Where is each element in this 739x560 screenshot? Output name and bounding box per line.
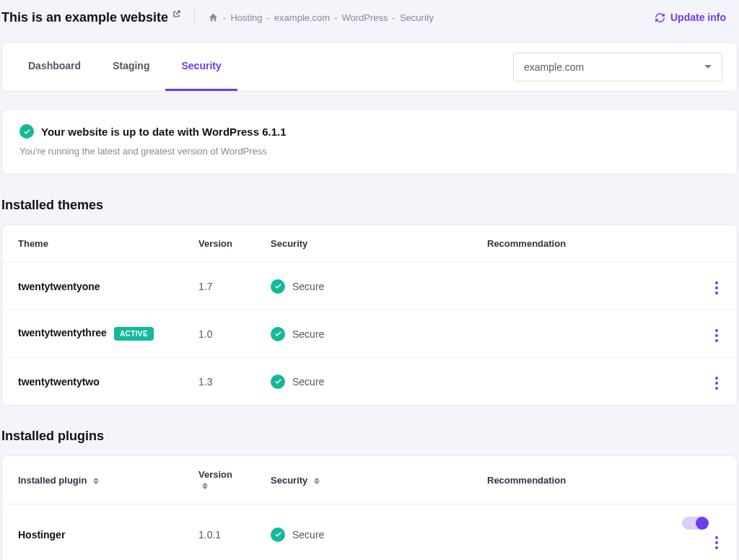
kebab-icon[interactable] [712, 326, 721, 345]
site-title-block: This is an example website [1, 10, 181, 25]
breadcrumb-item[interactable]: Security [400, 12, 434, 23]
external-link-icon[interactable] [172, 9, 181, 20]
status-subtitle: You're running the latest and greatest v… [19, 146, 720, 157]
check-circle-icon [271, 375, 285, 389]
themes-table: Theme Version Security Recommendation tw… [2, 225, 737, 405]
refresh-icon [655, 12, 665, 23]
chevron-down-icon [704, 65, 712, 69]
sort-icon [202, 483, 208, 489]
kebab-icon[interactable] [712, 279, 721, 297]
security-cell: Secure [271, 375, 455, 389]
theme-recommendation [471, 263, 665, 310]
plugins-table: Installed plugin Version Security Recomm… [2, 456, 737, 560]
themes-col-recommendation: Recommendation [471, 225, 665, 263]
breadcrumb: - Hosting - example.com - WordPress - Se… [208, 12, 434, 23]
theme-name: twentytwentytwo [18, 376, 100, 388]
plugin-version: 1.0.1 [183, 504, 255, 561]
plugins-heading: Installed plugins [1, 429, 738, 444]
domain-select-value: example.com [524, 61, 584, 73]
sort-icon [314, 478, 320, 484]
themes-table-card: Theme Version Security Recommendation tw… [1, 224, 738, 406]
theme-recommendation [471, 310, 665, 358]
theme-version: 1.0 [183, 310, 255, 358]
status-title: Your website is up to date with WordPres… [41, 126, 287, 138]
themes-col-security: Security [255, 225, 471, 263]
tab-dashboard[interactable]: Dashboard [12, 43, 97, 91]
plugins-table-card: Installed plugin Version Security Recomm… [1, 455, 738, 560]
home-icon[interactable] [208, 12, 219, 23]
table-row: twentytwentythreeACTIVE1.0Secure [2, 310, 737, 358]
breadcrumb-item[interactable]: WordPress [342, 12, 388, 23]
tabs-card: Dashboard Staging Security example.com [1, 42, 738, 92]
table-row: twentytwentyone1.7Secure [2, 263, 737, 310]
check-circle-icon [19, 124, 34, 139]
themes-col-actions [665, 225, 737, 263]
breadcrumb-item[interactable]: example.com [274, 12, 330, 23]
check-circle-icon [271, 327, 285, 341]
kebab-icon[interactable] [712, 533, 721, 552]
active-badge: ACTIVE [114, 327, 154, 341]
security-cell: Secure [271, 327, 455, 341]
kebab-icon[interactable] [712, 374, 721, 393]
table-row: Hostinger1.0.1Secure [2, 504, 737, 561]
plugin-name: Hostinger [18, 529, 65, 541]
status-card: Your website is up to date with WordPres… [1, 109, 738, 175]
theme-name: twentytwentythree [18, 327, 107, 338]
security-cell: Secure [271, 279, 455, 294]
plugins-col-security[interactable]: Security [255, 456, 471, 504]
theme-version: 1.3 [183, 358, 255, 406]
tab-staging[interactable]: Staging [97, 43, 165, 91]
plugins-col-name[interactable]: Installed plugin [2, 456, 183, 504]
check-circle-icon [271, 279, 285, 294]
theme-version: 1.7 [183, 263, 255, 310]
status-row: Your website is up to date with WordPres… [19, 124, 720, 139]
plugin-toggle[interactable] [682, 517, 708, 530]
site-title: This is an example website [1, 10, 168, 25]
plugin-recommendation [471, 504, 665, 561]
plugins-col-version[interactable]: Version [183, 456, 255, 504]
theme-name: twentytwentyone [18, 281, 100, 292]
security-cell: Secure [271, 528, 455, 542]
update-info-button[interactable]: Update info [655, 12, 738, 23]
themes-col-theme: Theme [2, 225, 183, 263]
plugins-col-actions [665, 456, 737, 504]
tabs: Dashboard Staging Security [12, 43, 237, 91]
themes-heading: Installed themes [1, 198, 738, 213]
divider [194, 7, 195, 27]
table-row: twentytwentytwo1.3Secure [2, 358, 737, 406]
domain-select[interactable]: example.com [513, 53, 722, 82]
sort-icon [93, 478, 99, 484]
tab-security[interactable]: Security [165, 43, 237, 91]
breadcrumb-item[interactable]: Hosting [230, 12, 262, 23]
themes-col-version: Version [183, 225, 255, 263]
check-circle-icon [271, 528, 285, 542]
plugins-col-recommendation: Recommendation [471, 456, 665, 504]
page-header: This is an example website - Hosting - e… [0, 0, 739, 35]
theme-recommendation [471, 358, 665, 406]
